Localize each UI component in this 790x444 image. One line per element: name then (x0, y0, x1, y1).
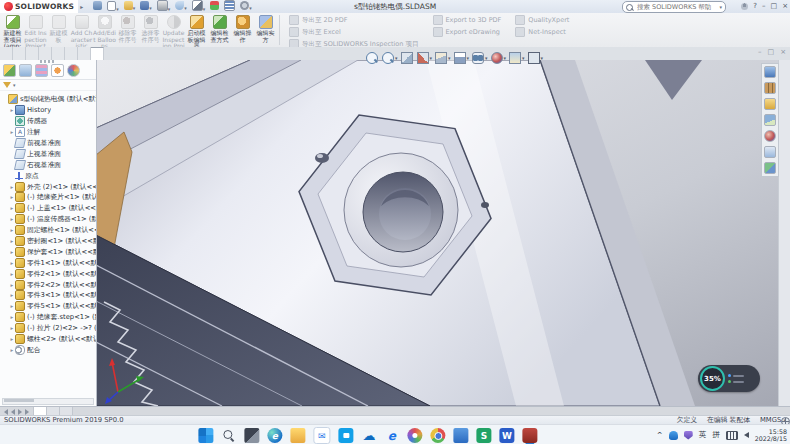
tree-top-plane[interactable]: 上视基准面 (0, 148, 96, 159)
tree-part-2-2[interactable]: ▸ 零件2<2> (默认<<默认>_显示状态 (0, 279, 96, 290)
doc-minimize-button[interactable]: – (758, 48, 762, 56)
export-edrawing-button[interactable]: Export eDrawing (433, 27, 502, 37)
tab-evaluate[interactable] (39, 47, 52, 60)
export-3d-pdf-button[interactable]: Export to 3D PDF (433, 15, 502, 25)
onedrive-icon[interactable]: ☁ (361, 428, 376, 443)
tab-addins[interactable] (52, 47, 65, 60)
tab-mbd[interactable] (65, 47, 78, 60)
tree-front-plane[interactable]: 前视基准面 (0, 138, 96, 149)
ie-icon[interactable]: e (384, 428, 399, 443)
display-style-icon[interactable]: ▾ (454, 52, 470, 64)
tree-part-bolt[interactable]: ▸ 固定螺栓<1> (默认<<默认>_显示 (0, 225, 96, 236)
ime-indicator[interactable]: 英 (699, 430, 707, 440)
previous-view-icon[interactable] (401, 52, 414, 64)
tab-next-icon[interactable] (18, 409, 22, 415)
home-icon[interactable] (93, 1, 102, 12)
reader-app-icon[interactable] (453, 428, 468, 443)
tray-expand-icon[interactable]: ^ (657, 431, 663, 439)
add-characteristic-button[interactable]: Add Characteristic (70, 14, 93, 46)
export-2d-pdf-button[interactable]: 导出至 2D PDF (289, 15, 419, 25)
tab-last-icon[interactable] (25, 409, 29, 415)
restore-button[interactable]: □ (771, 0, 778, 13)
configurationmanager-tab[interactable] (35, 64, 48, 77)
close-button[interactable]: × (782, 0, 788, 13)
options-icon[interactable]: ▾ (240, 1, 252, 12)
filter-icon[interactable] (3, 82, 11, 88)
wps-app-icon[interactable]: S (476, 428, 491, 443)
model-canvas[interactable] (96, 60, 790, 406)
tree-part-cover[interactable]: ▸ (-) 上盖<1> (默认<<默认>_显示状 (0, 203, 96, 214)
start-button[interactable] (198, 428, 213, 443)
touch-keyboard-icon[interactable] (726, 431, 738, 440)
forum-tab[interactable] (764, 162, 776, 174)
tree-part-sensor[interactable]: ▸ (-) 温度传感器<1> (默认<<默认>_ (0, 214, 96, 225)
mail-icon[interactable]: ✉ (313, 427, 330, 444)
edit-appearance-icon[interactable]: ▾ (491, 52, 507, 64)
view-settings-icon[interactable]: ▾ (528, 52, 544, 64)
tree-part-1[interactable]: ▸ 零件1<1> (默认<<默认>_显示状态 (0, 257, 96, 268)
tab-inspection[interactable] (91, 47, 104, 60)
filter-caret-icon[interactable]: ▾ (13, 82, 16, 88)
tree-sensors[interactable]: 传感器 (0, 116, 96, 127)
undo-icon[interactable]: ▾ (175, 1, 187, 12)
section-view-icon[interactable]: ▾ (417, 52, 433, 64)
photos-icon[interactable] (407, 428, 422, 443)
print-icon[interactable]: ▾ (157, 0, 171, 13)
onedrive-tray-icon[interactable] (669, 431, 678, 440)
chrome-icon[interactable] (430, 428, 445, 443)
zoom-fit-icon[interactable] (366, 52, 379, 64)
file-explorer-tab[interactable] (764, 98, 776, 110)
edit-method-button[interactable]: 编辑实方 (254, 14, 277, 46)
view-orientation-icon[interactable]: ▾ (435, 52, 451, 64)
tab-prev-icon[interactable] (11, 409, 15, 415)
speaker-icon[interactable] (744, 432, 749, 438)
tree-part-shell[interactable]: ▸ 外壳 (2)<1> (默认<<默认>_显示状 (0, 181, 96, 192)
dimxpertmanager-tab[interactable] (51, 64, 64, 77)
edge-icon[interactable]: e (267, 428, 282, 443)
tree-part-sleeve[interactable]: ▸ 保护套<1> (默认<<默认>_显示状 (0, 246, 96, 257)
store-icon[interactable] (338, 428, 353, 443)
view-palette-tab[interactable] (764, 114, 776, 126)
clock[interactable]: 15:58 2022/8/15 (755, 428, 787, 442)
new-inspection-project-button[interactable]: 新建检查项目 (amp;N) (1, 14, 24, 46)
tree-part-2-1[interactable]: ▸ 零件2<1> (默认<<默认>_显示状态 (0, 268, 96, 279)
tree-mates[interactable]: ▸ 配合 (0, 344, 96, 355)
featuremanager-tab[interactable] (3, 64, 16, 77)
select-icon[interactable]: ▾ (192, 0, 206, 13)
launch-template-editor-button[interactable]: 启动模板编辑器 (185, 14, 208, 46)
active-app-icon[interactable] (522, 428, 537, 443)
update-inspection-project-button[interactable]: Update Inspection Project (162, 14, 185, 46)
tree-part-tab[interactable]: ▸ (-) 拉片 (2)<2> ->? (默认<<默认> (0, 323, 96, 334)
tree-part-5[interactable]: ▸ 零件5<1> (默认<<默认>_显示状态 (0, 301, 96, 312)
hide-show-items-icon[interactable]: ▾ (472, 52, 488, 64)
edit-operation-button[interactable]: 编辑操作 (231, 14, 254, 46)
edit-inspection-method-button[interactable]: 编辑检查方式 (208, 14, 231, 46)
task-view-icon[interactable] (244, 428, 259, 443)
new-document-icon[interactable]: ▾ (107, 1, 119, 13)
tab-cam[interactable] (78, 47, 91, 60)
tree-part-stud[interactable]: ▸ 螺柱<2> (默认<<默认>_显示状态 (0, 334, 96, 345)
doc-close-button[interactable]: × (780, 48, 786, 56)
open-icon[interactable]: ▾ (124, 1, 136, 12)
add-edit-balloons-button[interactable]: Add/Edit Balloons (93, 14, 116, 46)
file-properties-icon[interactable] (224, 0, 235, 13)
tree-part-ceramic[interactable]: ▸ (-) 绝缘瓷片<1> (默认<<默认>_显 (0, 192, 96, 203)
tab-first-icon[interactable] (4, 409, 8, 415)
tree-history[interactable]: ▸ History (0, 105, 96, 116)
security-tray-icon[interactable] (684, 431, 693, 440)
minimize-button[interactable]: – (762, 0, 766, 13)
tree-part-seal[interactable]: ▸ 密封圈<1> (默认<<默认>_显示状 (0, 236, 96, 247)
apply-scene-icon[interactable]: ▾ (509, 52, 525, 64)
file-explorer-icon[interactable] (290, 428, 305, 443)
custom-properties-tab[interactable] (764, 146, 776, 158)
tree-annotations[interactable]: ▸ 注解 (0, 127, 96, 138)
login-icon[interactable] (741, 3, 748, 10)
ime-pinyin-indicator[interactable]: 拼 (712, 430, 720, 440)
select-balloon-button[interactable]: 选择零件序号 (139, 14, 162, 46)
displaymanager-tab[interactable] (67, 64, 80, 77)
new-template-button[interactable]: 新建模板 (47, 14, 70, 46)
tree-horizontal-scrollbar[interactable] (2, 398, 94, 405)
tree-origin[interactable]: 原点 (0, 170, 96, 181)
rebuild-icon[interactable] (210, 1, 219, 12)
zoom-area-icon[interactable]: ▾ (382, 52, 398, 64)
